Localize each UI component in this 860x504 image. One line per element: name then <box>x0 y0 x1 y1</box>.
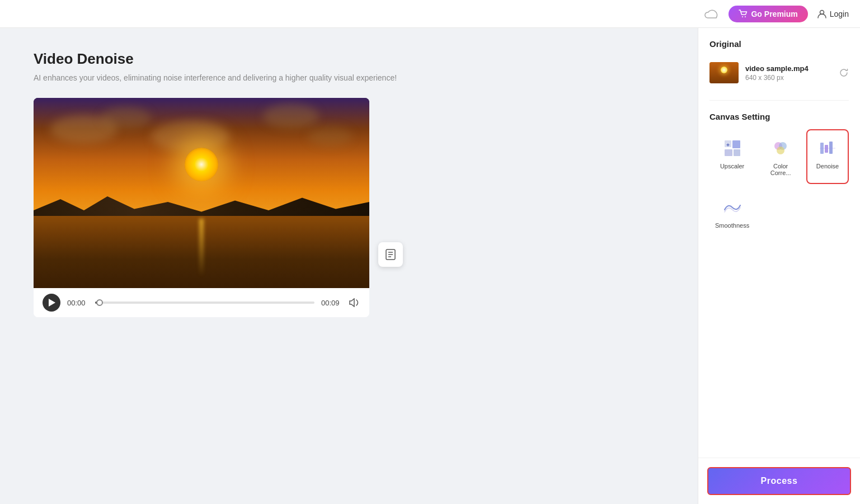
color-correction-icon <box>769 137 792 159</box>
original-title: Original <box>709 39 849 49</box>
canvas-item-color-correction[interactable]: Color Corre... <box>759 129 802 184</box>
content-area: Video Denoise AI enhances your videos, e… <box>0 28 698 504</box>
upscaler-label: Upscaler <box>720 163 744 169</box>
premium-label: Go Premium <box>751 10 797 18</box>
color-correction-label: Color Corre... <box>765 163 796 176</box>
svg-rect-8 <box>732 140 740 148</box>
sidebar: Original video sample.mp4 640 x 360 px <box>698 28 860 504</box>
notes-fab-button[interactable] <box>378 242 403 267</box>
svg-rect-10 <box>734 149 740 156</box>
original-section: Original video sample.mp4 640 x 360 px <box>698 28 860 100</box>
svg-point-13 <box>777 147 784 154</box>
canvas-setting-section: Canvas Setting Upscaler <box>698 101 860 248</box>
denoise-label: Denoise <box>816 163 839 169</box>
video-controls: 00:00 00:09 <box>34 288 369 317</box>
login-label: Login <box>830 10 849 18</box>
file-refresh-icon[interactable] <box>839 68 849 78</box>
file-thumb-inner <box>709 62 739 83</box>
smoothness-label: Smoothness <box>715 222 749 229</box>
denoise-icon <box>816 137 839 159</box>
video-preview <box>34 98 369 288</box>
process-btn-container: Process <box>698 458 860 504</box>
progress-bar[interactable] <box>95 302 314 304</box>
cart-icon <box>739 10 748 18</box>
smoothness-icon <box>721 196 744 219</box>
svg-point-1 <box>745 16 746 17</box>
notes-icon <box>384 248 397 261</box>
video-water <box>34 216 369 288</box>
video-container: 00:00 00:09 <box>34 98 369 317</box>
login-button[interactable]: Login <box>817 9 849 19</box>
thumb-sun <box>721 67 727 73</box>
file-thumbnail <box>709 62 739 83</box>
file-details: video sample.mp4 640 x 360 px <box>745 64 832 82</box>
video-wrapper: 00:00 00:09 <box>34 98 369 317</box>
time-current: 00:00 <box>67 299 88 307</box>
svg-point-0 <box>742 16 743 17</box>
play-button[interactable] <box>43 294 60 312</box>
user-icon <box>817 9 827 19</box>
svg-rect-9 <box>725 149 732 156</box>
canvas-item-denoise[interactable]: Denoise <box>806 129 849 184</box>
canvas-item-smoothness[interactable]: Smoothness <box>709 189 755 237</box>
header: Go Premium Login <box>0 0 860 28</box>
canvas-item-upscaler[interactable]: Upscaler <box>709 129 755 184</box>
file-info: video sample.mp4 640 x 360 px <box>709 56 849 89</box>
water-reflection <box>199 219 204 276</box>
file-dimensions: 640 x 360 px <box>745 74 832 82</box>
page-title: Video Denoise <box>34 50 664 68</box>
volume-icon[interactable] <box>349 298 360 307</box>
canvas-grid: Upscaler Color Corre... <box>709 129 849 237</box>
main-layout: Video Denoise AI enhances your videos, e… <box>0 28 860 504</box>
progress-thumb[interactable] <box>96 299 103 306</box>
go-premium-button[interactable]: Go Premium <box>729 6 807 22</box>
play-icon <box>49 299 55 307</box>
time-total: 00:09 <box>321 299 342 307</box>
svg-rect-16 <box>829 142 833 154</box>
process-button[interactable]: Process <box>707 467 851 495</box>
upscaler-icon <box>721 137 744 159</box>
file-name: video sample.mp4 <box>745 64 832 73</box>
cloud-icon <box>704 6 720 22</box>
canvas-setting-title: Canvas Setting <box>709 112 849 121</box>
svg-rect-15 <box>825 145 828 153</box>
page-subtitle: AI enhances your videos, eliminating noi… <box>34 73 664 82</box>
video-sun <box>185 148 218 181</box>
